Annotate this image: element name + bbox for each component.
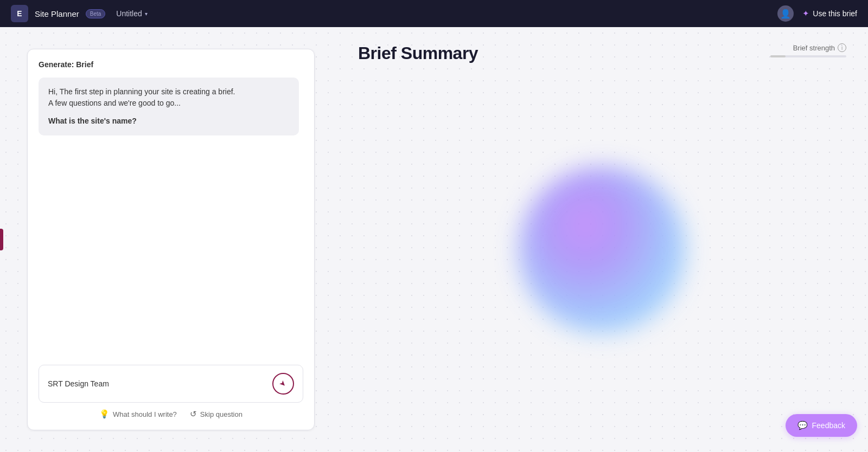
lightbulb-icon: 💡 [99,409,110,419]
skip-question-button[interactable]: ↺ Skip question [190,409,242,419]
input-wrapper: ➤ [39,365,303,403]
what-should-write-button[interactable]: 💡 What should I write? [99,409,177,419]
brief-summary-header: Brief Summary Brief strength i [358,43,846,63]
chat-line1: Hi, The first step in planning your site… [48,86,289,98]
decorative-blob [519,166,686,333]
brief-summary-title: Brief Summary [358,43,478,63]
brief-strength-area: Brief strength i [770,43,846,57]
navbar: E Site Planner Beta Untitled ▾ 👤 ✦ Use t… [0,0,868,27]
project-name-dropdown[interactable]: Untitled ▾ [112,7,151,20]
info-icon[interactable]: i [838,43,846,52]
navbar-right: 👤 ✦ Use this brief [777,5,857,22]
user-avatar[interactable]: 👤 [777,5,794,22]
left-edge-tab [0,229,3,250]
send-button[interactable]: ➤ [272,373,294,395]
right-panel: Brief Summary Brief strength i [336,27,868,452]
person-icon: 👤 [780,9,791,19]
chevron-down-icon: ▾ [145,11,148,17]
feedback-button[interactable]: 💬 Feedback [786,414,857,437]
chat-question: What is the site's name? [48,115,289,127]
brief-strength-label: Brief strength i [793,43,846,52]
input-actions: 💡 What should I write? ↺ Skip question [39,409,303,419]
strength-bar [770,55,846,57]
main-content: Generate: Brief Hi, The first step in pl… [0,27,868,452]
blob-container [358,63,846,436]
strength-fill [770,55,786,57]
feedback-icon: 💬 [797,421,808,430]
navbar-left: E Site Planner Beta Untitled ▾ [11,5,152,22]
chat-line2: A few questions and we're good to go... [48,98,289,109]
beta-badge: Beta [86,9,106,18]
app-logo: E [11,5,28,22]
send-icon: ➤ [278,378,289,389]
sparkle-icon: ✦ [802,9,809,18]
use-brief-button[interactable]: ✦ Use this brief [802,9,857,18]
skip-icon: ↺ [190,409,197,419]
generate-header: Generate: Brief [39,60,303,69]
app-name: Site Planner [35,9,79,18]
chat-bubble: Hi, The first step in planning your site… [39,78,299,135]
input-area: ➤ 💡 What should I write? ↺ Skip question [39,365,303,419]
chat-input[interactable] [48,379,272,388]
chat-messages-area: Hi, The first step in planning your site… [39,78,303,356]
generate-card: Generate: Brief Hi, The first step in pl… [27,49,315,430]
left-panel: Generate: Brief Hi, The first step in pl… [0,27,336,452]
